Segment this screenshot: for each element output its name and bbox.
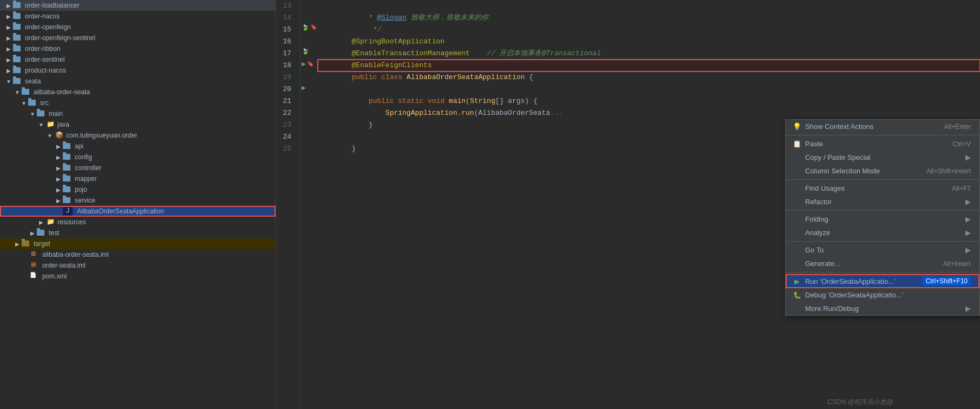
folder-icon xyxy=(13,55,23,64)
tree-item-alibaba-order-seata[interactable]: ▼ alibaba-order-seata xyxy=(0,87,276,98)
tree-item-label: main xyxy=(49,110,63,118)
expand-arrow: ▼ xyxy=(37,122,45,128)
tree-item-main-class[interactable]: J AlibabaOrderSeataApplication xyxy=(0,206,276,217)
tree-item-order-openfeign-sentinel[interactable]: ▶ order-openfeign-sentinel xyxy=(0,33,276,43)
resources-icon: 📁 xyxy=(45,218,55,226)
tree-item-service[interactable]: ▶ service xyxy=(0,195,276,206)
submenu-arrow: ▶ xyxy=(965,153,971,161)
tree-item-order-openfeign[interactable]: ▶ order-openfeign xyxy=(0,22,276,33)
tree-item-seata[interactable]: ▼ seata xyxy=(0,76,276,87)
tree-item-test[interactable]: ▶ test xyxy=(0,228,276,238)
menu-item-debug[interactable]: 🐛 Debug 'OrderSeataApplicatio...' xyxy=(786,288,979,302)
line-num-24: 24 xyxy=(276,131,296,143)
menu-label-analyze: Analyze xyxy=(805,229,830,237)
menu-item-go-to[interactable]: Go To ▶ xyxy=(786,243,979,257)
folder-icon xyxy=(37,229,47,237)
menu-item-copy-paste-special[interactable]: Copy / Paste Special ▶ xyxy=(786,151,979,164)
menu-item-more-run-debug[interactable]: More Run/Debug ▶ xyxy=(786,302,979,315)
tree-item-label: com.tulingxueyuan.order xyxy=(66,132,137,139)
tree-item-label: resources xyxy=(57,218,86,226)
menu-item-paste[interactable]: 📋 Paste Ctrl+V xyxy=(786,137,979,151)
iml-icon: ⊞ xyxy=(28,250,38,259)
folder-icon xyxy=(63,196,73,205)
folder-icon xyxy=(63,185,73,194)
tree-item-label: mapper xyxy=(75,175,97,183)
expand-arrow: ▶ xyxy=(4,35,13,41)
menu-shortcut-show-context: Alt+Enter xyxy=(944,123,971,131)
line-num-16: 16 xyxy=(276,36,296,48)
tree-item-package[interactable]: ▼ 📦 com.tulingxueyuan.order xyxy=(0,130,276,141)
menu-item-folding[interactable]: Folding ▶ xyxy=(786,212,979,226)
expand-arrow: ▶ xyxy=(4,68,13,74)
tree-item-pojo[interactable]: ▶ pojo xyxy=(0,184,276,195)
menu-label-show-context: Show Context Actions xyxy=(805,122,873,131)
menu-item-find-usages[interactable]: Find Usages Alt+F7 xyxy=(786,181,979,195)
menu-item-show-context-actions[interactable]: 💡 Show Context Actions Alt+Enter xyxy=(786,120,979,133)
bulb-icon: 💡 xyxy=(792,122,802,131)
menu-label-goto: Go To xyxy=(805,246,824,254)
folder-icon xyxy=(13,77,23,86)
run-gutter-icon[interactable]: ▶ xyxy=(302,60,306,68)
tree-item-iml2[interactable]: ⊞ order-seata.iml xyxy=(0,260,276,271)
menu-label-generate: Generate... xyxy=(805,259,840,268)
watermark: CSDN @程序员小杰@ xyxy=(827,398,893,407)
menu-label-debug: Debug 'OrderSeataApplicatio...' xyxy=(805,291,903,299)
submenu-arrow: ▶ xyxy=(965,215,971,223)
expand-arrow: ▼ xyxy=(28,111,37,117)
tree-item-mapper[interactable]: ▶ mapper xyxy=(0,173,276,184)
menu-label-column: Column Selection Mode xyxy=(805,167,880,175)
run-gutter-icon2[interactable]: ▶ xyxy=(302,84,306,92)
menu-item-run[interactable]: ▶ Run 'OrderSeataApplicatio...' Ctrl+Shi… xyxy=(786,274,979,288)
line-num-21: 21 xyxy=(276,95,296,107)
expand-arrow: ▶ xyxy=(13,241,22,247)
tree-item-target[interactable]: ▶ target xyxy=(0,238,276,249)
tree-item-order-nacos[interactable]: ▶ order-nacos xyxy=(0,11,276,22)
tree-item-order-sentinel[interactable]: ▶ order-sentinel xyxy=(0,54,276,65)
tree-item-config[interactable]: ▶ config xyxy=(0,152,276,163)
expand-arrow: ▶ xyxy=(4,3,13,9)
menu-item-column-selection[interactable]: Column Selection Mode Alt+Shift+Insert xyxy=(786,164,979,178)
tree-item-java[interactable]: ▼ 📁 java xyxy=(0,119,276,130)
run-icon: ▶ xyxy=(792,277,802,285)
menu-label-find: Find Usages xyxy=(805,184,845,192)
tree-item-api[interactable]: ▶ api xyxy=(0,141,276,152)
tree-item-product-nacos[interactable]: ▶ product-nacos xyxy=(0,65,276,76)
menu-shortcut-find: Alt+F7 xyxy=(952,185,971,192)
expand-arrow: ▶ xyxy=(28,230,37,236)
tree-item-label: order-sentinel xyxy=(25,56,64,63)
folder-icon xyxy=(22,239,31,248)
tree-item-resources[interactable]: ▶ 📁 resources xyxy=(0,217,276,228)
tree-item-label: api xyxy=(75,142,83,150)
tree-item-label: order-ribbon xyxy=(25,45,60,53)
tree-item-main[interactable]: ▼ main xyxy=(0,108,276,119)
tree-item-iml1[interactable]: ⊞ alibaba-order-seata.iml xyxy=(0,249,276,260)
tree-item-pom[interactable]: 📄 pom.xml xyxy=(0,271,276,282)
tree-item-controller[interactable]: ▶ controller xyxy=(0,163,276,173)
tree-item-order-loadbalancer[interactable]: ▶ order-loadbalancer xyxy=(0,0,276,11)
menu-item-refactor[interactable]: Refactor ▶ xyxy=(786,195,979,209)
code-line-13: * @Slogan 致敬大师，致敬未来的你 xyxy=(318,0,980,12)
line-num-22: 22 xyxy=(276,107,296,119)
menu-shortcut-generate: Alt+Insert xyxy=(943,260,971,268)
menu-item-generate[interactable]: Generate... Alt+Insert xyxy=(786,257,979,270)
expand-arrow: ▶ xyxy=(4,24,13,30)
submenu-arrow: ▶ xyxy=(965,246,971,254)
menu-item-analyze[interactable]: Analyze ▶ xyxy=(786,226,979,239)
line-num-25: 25 xyxy=(276,143,296,155)
tree-item-label: java xyxy=(57,121,69,128)
iml-icon: ⊞ xyxy=(28,261,38,270)
bookmark-icon: 🔖 xyxy=(310,24,317,31)
java-folder-icon: 📁 xyxy=(45,120,55,129)
folder-icon xyxy=(63,153,73,161)
tree-item-label: config xyxy=(75,153,92,161)
tree-item-label: product-nacos xyxy=(25,67,66,74)
menu-label-run: Run 'OrderSeataApplicatio...' xyxy=(805,277,896,285)
java-class-icon: J xyxy=(63,207,73,216)
spring-icon2: 🍃 xyxy=(302,48,309,55)
expand-arrow: ▶ xyxy=(4,46,13,52)
code-editor: 13 14 15 16 17 18 19 20 21 22 23 24 25 🍃… xyxy=(276,0,980,409)
expand-arrow: ▶ xyxy=(4,57,13,63)
line-num-17: 17 xyxy=(276,48,296,60)
tree-item-order-ribbon[interactable]: ▶ order-ribbon xyxy=(0,43,276,54)
tree-item-src[interactable]: ▼ src xyxy=(0,98,276,108)
